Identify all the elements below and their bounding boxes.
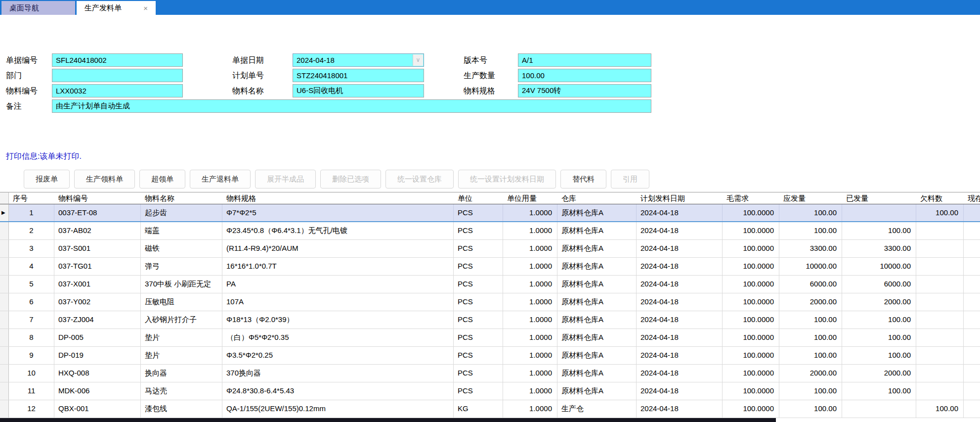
cell-material-code: DP-005 — [54, 329, 141, 346]
column-header-seq[interactable]: 序号 — [9, 192, 54, 204]
cell-unit-usage: 1.0000 — [503, 293, 557, 311]
column-header-stock[interactable]: 现存量 — [964, 192, 980, 204]
cell-unit: PCS — [454, 258, 503, 275]
cell-material-spec: Φ24.8*30.8-6.4*5.43 — [222, 382, 454, 400]
cell-qty-to-issue: 100.00 — [779, 329, 842, 346]
plan-no-input[interactable] — [293, 69, 424, 82]
cell-unit: PCS — [454, 365, 503, 382]
cell-gross-demand: 100.0000 — [723, 258, 779, 275]
column-header-material-spec[interactable]: 物料规格 — [222, 192, 454, 204]
cell-qty-to-issue: 100.00 — [779, 204, 842, 221]
cell-qty-issued: 3300.00 — [842, 240, 916, 257]
column-header-gross-demand[interactable]: 毛需求 — [723, 192, 779, 204]
field-label-doc-date: 单据日期 — [232, 53, 264, 67]
cell-gross-demand: 100.0000 — [723, 311, 779, 328]
cell-stock — [964, 276, 980, 293]
version-input[interactable] — [518, 54, 651, 66]
cell-seq: 6 — [9, 293, 54, 311]
cell-shortage-qty — [916, 365, 964, 382]
table-row[interactable]: 3037-S001磁铁(R11.4-R9.4)*20/AUMPCS1.0000原… — [0, 240, 980, 258]
cell-seq: 1 — [9, 204, 54, 221]
doc-no-input[interactable] — [52, 54, 182, 66]
cell-material-spec: 370换向器 — [222, 365, 454, 382]
field-department — [52, 69, 183, 82]
cell-planned-issue-date: 2024-04-18 — [637, 365, 723, 382]
cell-stock — [964, 400, 980, 418]
cell-warehouse: 原材料仓库A — [557, 293, 637, 311]
table-row[interactable]: 5037-X001370中板 小刷距无定PAPCS1.0000原材料仓库A202… — [0, 276, 980, 293]
column-header-planned-issue-date[interactable]: 计划发料日期 — [637, 192, 723, 204]
column-header-unit[interactable]: 单位 — [454, 192, 503, 204]
production-requisition-button[interactable]: 生产领料单 — [74, 170, 135, 188]
cell-qty-issued — [842, 204, 916, 221]
cell-material-name: 垫片 — [141, 347, 222, 364]
column-header-unit-usage[interactable]: 单位用量 — [503, 192, 557, 204]
table-row[interactable]: 7037-ZJ004入砂钢片打介子Φ18*13（Φ2.0*39）PCS1.000… — [0, 311, 980, 329]
cell-unit-usage: 1.0000 — [503, 329, 557, 346]
column-header-warehouse[interactable]: 仓库 — [557, 192, 637, 204]
table-row[interactable]: 12QBX-001漆包线QA-1/155(2UEW/155)0.12mmKG1.… — [0, 400, 980, 418]
scrap-order-button[interactable]: 报废单 — [24, 170, 70, 188]
cell-qty-issued: 2000.00 — [842, 365, 916, 382]
field-material-spec — [518, 84, 651, 97]
production-qty-input[interactable] — [518, 69, 651, 82]
cell-material-spec: Φ7*Φ2*5 — [222, 204, 454, 221]
table-row[interactable]: ▶10037-ET-08起步齿Φ7*Φ2*5PCS1.0000原材料仓库A202… — [0, 204, 980, 222]
cell-gross-demand: 100.0000 — [723, 400, 779, 418]
table-row[interactable]: 9DP-019垫片Φ3.5*Φ2*0.25PCS1.0000原材料仓库A2024… — [0, 347, 980, 365]
row-indicator — [0, 365, 9, 382]
cell-material-spec: Φ3.5*Φ2*0.25 — [222, 347, 454, 364]
cell-seq: 9 — [9, 347, 54, 364]
cell-shortage-qty: 100.00 — [916, 400, 964, 418]
table-row[interactable]: 11MDK-006马达壳Φ24.8*30.8-6.4*5.43PCS1.0000… — [0, 382, 980, 400]
material-spec-input[interactable] — [518, 85, 651, 97]
cell-material-name: 换向器 — [141, 365, 222, 382]
row-indicator — [0, 240, 9, 257]
cell-unit-usage: 1.0000 — [503, 400, 557, 418]
cell-qty-issued: 100.00 — [842, 222, 916, 239]
cell-gross-demand: 100.0000 — [723, 293, 779, 311]
field-doc-no — [52, 53, 183, 67]
field-plan-no — [293, 69, 424, 82]
cell-planned-issue-date: 2024-04-18 — [637, 329, 723, 346]
cell-unit-usage: 1.0000 — [503, 240, 557, 257]
cell-seq: 3 — [9, 240, 54, 257]
over-requisition-button[interactable]: 超领单 — [139, 170, 185, 188]
cell-planned-issue-date: 2024-04-18 — [637, 276, 723, 293]
column-header-qty-to-issue[interactable]: 应发量 — [779, 192, 842, 204]
column-header-shortage-qty[interactable]: 欠料数 — [916, 192, 964, 204]
doc-date-input[interactable] — [293, 54, 424, 66]
department-input[interactable] — [52, 69, 182, 82]
material-code-input[interactable] — [52, 85, 182, 97]
cell-shortage-qty — [916, 258, 964, 275]
cell-gross-demand: 100.0000 — [723, 222, 779, 239]
remark-input[interactable] — [52, 100, 651, 112]
table-row[interactable]: 2037-AB02端盖Φ23.45*0.8（Φ6.4*3.1）无气孔/电镀PCS… — [0, 222, 980, 240]
substitute-material-button[interactable]: 替代料 — [560, 170, 606, 188]
table-row[interactable]: 4037-TG01弹弓16*16*1.0*0.7TPCS1.0000原材料仓库A… — [0, 258, 980, 276]
cell-qty-to-issue: 100.00 — [779, 311, 842, 328]
cell-gross-demand: 100.0000 — [723, 204, 779, 221]
table-row[interactable]: 8DP-005垫片（白）Φ5*Φ2*0.35PCS1.0000原材料仓库A202… — [0, 329, 980, 347]
cell-material-name: 入砂钢片打介子 — [141, 311, 222, 328]
cell-material-code: QBX-001 — [54, 400, 141, 418]
column-header-qty-issued[interactable]: 已发量 — [842, 192, 916, 204]
table-row[interactable]: 6037-Y002压敏电阻107APCS1.0000原材料仓库A2024-04-… — [0, 293, 980, 311]
cell-warehouse: 原材料仓库A — [557, 365, 637, 382]
cell-material-code: 037-TG01 — [54, 258, 141, 275]
cell-unit-usage: 1.0000 — [503, 204, 557, 221]
column-header-material-name[interactable]: 物料名称 — [141, 192, 222, 204]
material-name-input[interactable] — [293, 85, 424, 97]
cell-material-name: 马达壳 — [141, 382, 222, 400]
chevron-down-icon[interactable]: ∨ — [413, 54, 423, 66]
column-header-material-code[interactable]: 物料编号 — [54, 192, 141, 204]
row-pointer-icon: ▶ — [0, 204, 8, 221]
cell-unit-usage: 1.0000 — [503, 365, 557, 382]
cell-qty-to-issue: 2000.00 — [779, 365, 842, 382]
cell-seq: 5 — [9, 276, 54, 293]
cell-gross-demand: 100.0000 — [723, 382, 779, 400]
cell-qty-issued: 100.00 — [842, 347, 916, 364]
table-row[interactable]: 10HXQ-008换向器370换向器PCS1.0000原材料仓库A2024-04… — [0, 365, 980, 382]
production-return-button[interactable]: 生产退料单 — [190, 170, 251, 188]
cell-gross-demand: 100.0000 — [723, 276, 779, 293]
